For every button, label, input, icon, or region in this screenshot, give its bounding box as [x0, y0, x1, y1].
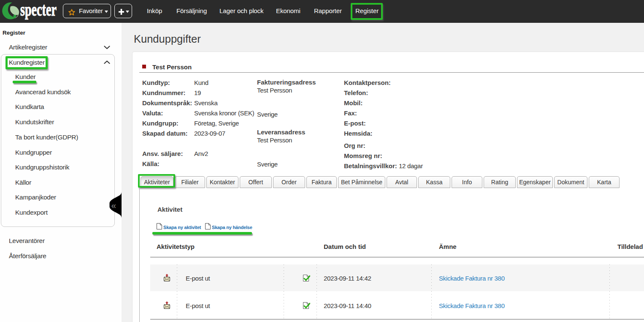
svg-text:«: « — [111, 200, 116, 210]
